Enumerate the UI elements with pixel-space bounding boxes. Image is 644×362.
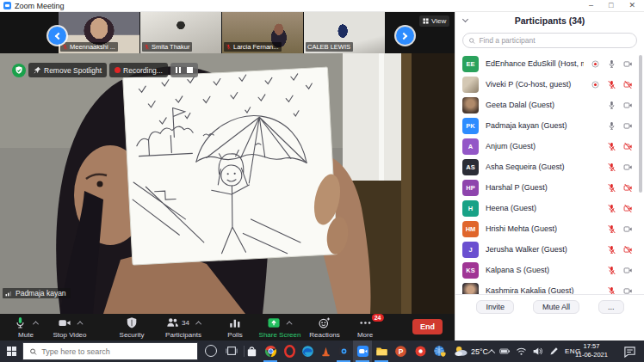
toolbar-polls-button[interactable]: Polls — [227, 316, 242, 339]
participants-count: 34 — [182, 319, 189, 327]
shield-icon — [126, 316, 139, 329]
pin-icon — [34, 66, 41, 74]
taskbar-browser-shield-icon[interactable] — [430, 341, 449, 362]
mic-muted-icon — [607, 183, 616, 193]
chevron-up-icon[interactable] — [195, 321, 201, 327]
taskbar-zoom-app-icon[interactable] — [353, 341, 372, 362]
window-titlebar: Zoom Meeting – □ ✕ — [0, 0, 644, 12]
task-view-icon[interactable] — [226, 345, 238, 357]
action-center-icon[interactable] — [623, 345, 636, 358]
chevron-up-icon[interactable] — [77, 321, 83, 327]
close-button[interactable]: ✕ — [629, 0, 635, 11]
toolbar-participants-button[interactable]: 34Participants — [165, 316, 201, 339]
participant-name: Viveki P (Co-host, guest) — [486, 80, 584, 89]
more-options-button[interactable]: ... — [598, 300, 624, 314]
taskbar-opera-icon[interactable] — [280, 341, 299, 362]
taskbar-powerpoint-icon[interactable]: P — [391, 341, 410, 362]
recording-indicator: Recording... — [109, 63, 168, 77]
taskbar-chrome-icon[interactable] — [261, 341, 280, 362]
toolbar-security-button[interactable]: Security — [120, 316, 145, 339]
participant-search-input[interactable] — [479, 36, 631, 45]
name-tag-label: Padmaja kayan — [15, 289, 66, 298]
taskbar-file-explorer-icon[interactable] — [372, 341, 391, 362]
wifi-icon[interactable] — [516, 346, 527, 357]
mute-all-button[interactable]: Mute All — [533, 300, 579, 314]
participant-row[interactable]: HHeena (Guest) — [455, 198, 644, 218]
recording-indicator-icon — [591, 59, 600, 69]
video-overlay-bar: Remove Spotlight Recording... — [12, 63, 198, 77]
mic-muted-icon — [226, 44, 232, 50]
signal-bars-icon — [5, 290, 13, 298]
chevron-up-icon[interactable] — [287, 321, 293, 327]
maximize-button[interactable]: □ — [609, 0, 613, 11]
battery-icon[interactable] — [499, 346, 511, 357]
chevron-up-icon[interactable] — [489, 349, 494, 354]
participant-search[interactable] — [462, 33, 637, 48]
participant-row[interactable]: ASAsha Sequeira (Guest) — [455, 156, 644, 177]
cortana-icon[interactable] — [205, 345, 217, 357]
pen-icon[interactable] — [548, 346, 560, 357]
participant-name: Anjum (Guest) — [486, 142, 584, 150]
avatar: H — [462, 200, 479, 217]
toolbar-more-button[interactable]: 24More — [357, 316, 373, 339]
filmstrip-thumbnail[interactable]: CALEB LEWIS — [304, 12, 385, 53]
thumbnail-name-tag: Larcia Fernan... — [224, 42, 282, 52]
taskbar-store-icon[interactable] — [242, 341, 261, 362]
filmstrip-next-button[interactable] — [396, 27, 414, 45]
panel-scrollbar[interactable] — [639, 55, 642, 193]
participant-row[interactable]: Geeta Dalal (Guest) — [455, 95, 644, 115]
volume-icon[interactable] — [532, 346, 543, 357]
toolbar-share-screen-button[interactable]: Share Screen — [259, 316, 301, 339]
start-button[interactable] — [0, 341, 22, 362]
people-icon — [166, 316, 179, 329]
avatar: HP — [462, 180, 479, 196]
end-meeting-button[interactable]: End — [412, 319, 443, 334]
thumbnail-name-tag: Smita Thakur — [142, 42, 192, 52]
participant-row[interactable]: JJerusha Walker (Guest) — [455, 239, 644, 260]
taskbar-search[interactable] — [22, 342, 198, 360]
stop-recording-button[interactable] — [187, 67, 193, 73]
weather-widget[interactable]: 25°C — [455, 341, 488, 362]
taskbar-camera-app-icon[interactable] — [334, 341, 353, 362]
participant-row[interactable]: Viveki P (Co-host, guest) — [455, 74, 644, 95]
toolbar-reactions-button[interactable]: Reactions — [309, 316, 340, 339]
remove-spotlight-button[interactable]: Remove Spotlight — [28, 63, 107, 77]
taskbar-edge-icon[interactable] — [298, 341, 317, 362]
camera-icon — [623, 224, 633, 234]
filmstrip-thumbnail[interactable]: Larcia Fernan... — [222, 12, 303, 53]
weather-cloud-icon — [455, 345, 468, 358]
participant-row[interactable]: AAnjum (Guest) — [455, 136, 644, 156]
toolbar-item-label: Reactions — [309, 331, 340, 339]
participant-row[interactable]: EEEdEnhance EduSkill (Host, me) — [455, 53, 644, 74]
participant-row[interactable]: KSKalpana S (Guest) — [455, 260, 644, 280]
filmstrip-thumbnail[interactable]: Meennaakshi ... — [59, 12, 139, 53]
chevron-right-icon — [400, 32, 407, 39]
view-button[interactable]: View — [419, 15, 449, 27]
minimize-button[interactable]: – — [589, 0, 593, 11]
thumbnail-name-tag: CALEB LEWIS — [306, 42, 353, 52]
camera-off-icon — [623, 80, 633, 89]
temperature-label: 25°C — [471, 347, 488, 356]
toolbar-stop-video-button[interactable]: Stop Video — [53, 316, 87, 339]
filmstrip-thumbnail[interactable]: Smita Thakur — [140, 12, 221, 53]
taskbar-clock[interactable]: 17:57 11-06-2021 — [568, 342, 615, 359]
dots-icon — [358, 316, 371, 329]
participant-name-tag: Padmaja kayan — [3, 288, 71, 298]
avatar: J — [462, 242, 479, 258]
participant-row[interactable]: HMHrishi Mehta (Guest) — [455, 218, 644, 239]
invite-button[interactable]: Invite — [476, 300, 514, 314]
mic-muted-icon — [607, 245, 616, 255]
participant-row[interactable]: HPHarshal P (Guest) — [455, 177, 644, 198]
avatar: A — [462, 138, 479, 155]
taskbar-search-input[interactable] — [41, 347, 191, 356]
toolbar-item-label: Mute — [18, 331, 34, 339]
chevron-up-icon[interactable] — [33, 321, 39, 327]
encryption-shield-icon[interactable] — [12, 64, 26, 77]
taskbar-media-cone-icon[interactable] — [316, 341, 335, 362]
toolbar-mute-button[interactable]: Mute — [14, 316, 38, 339]
bar-chart-icon — [229, 316, 242, 329]
filmstrip-prev-button[interactable] — [48, 27, 66, 45]
taskbar-red-app-icon[interactable] — [411, 341, 430, 362]
participant-row[interactable]: PKPadmaja kayan (Guest) — [455, 115, 644, 136]
pause-recording-button[interactable] — [176, 67, 181, 73]
